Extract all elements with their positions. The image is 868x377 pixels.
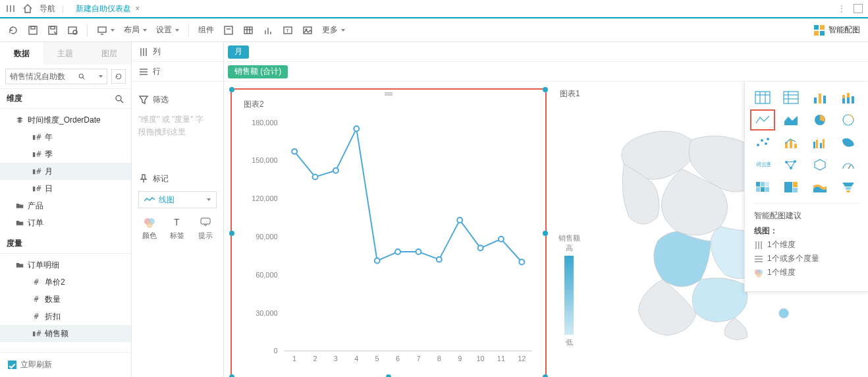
viz-gauge[interactable]: [838, 157, 858, 173]
measure-discount[interactable]: #折扣: [0, 308, 131, 325]
viz-area[interactable]: [781, 112, 801, 128]
number-icon: #: [32, 295, 41, 304]
layout-button[interactable]: 布局: [124, 24, 147, 36]
text-icon[interactable]: T: [283, 25, 293, 36]
svg-point-72: [395, 249, 400, 254]
dim-product[interactable]: 产品: [0, 197, 131, 214]
field-icon: ▮#: [32, 329, 41, 338]
svg-point-75: [457, 218, 462, 223]
dim-day[interactable]: ▮#日: [0, 180, 131, 197]
svg-point-29: [79, 74, 83, 78]
save-icon[interactable]: [28, 25, 38, 36]
viz-bar[interactable]: [810, 90, 830, 105]
kpi-icon[interactable]: [223, 25, 234, 36]
image-icon[interactable]: [302, 25, 313, 36]
dim-order[interactable]: 订单: [0, 214, 131, 231]
label-icon: T: [171, 216, 183, 228]
viz-funnel[interactable]: [838, 179, 858, 195]
measure-sales[interactable]: ▮#销售额: [0, 325, 131, 342]
chart-2[interactable]: 图表2 030,00060,00090,000120,000150,000180…: [231, 88, 547, 377]
measure-qty[interactable]: #数量: [0, 291, 131, 308]
svg-text:4: 4: [354, 355, 358, 362]
component-label: 组件: [198, 24, 214, 36]
measure-detail-group[interactable]: 订单明细: [0, 256, 131, 274]
svg-rect-121: [756, 187, 760, 192]
viz-heatmap[interactable]: [753, 179, 773, 195]
mark-tooltip[interactable]: 提示: [198, 216, 213, 241]
table-icon[interactable]: [243, 25, 254, 36]
svg-text:词云图: 词云图: [756, 161, 771, 167]
pill-month[interactable]: 月: [228, 45, 249, 59]
shelf-columns[interactable]: 月: [224, 42, 868, 62]
tab-data[interactable]: 数据: [0, 42, 43, 65]
svg-rect-106: [816, 140, 818, 148]
chart-type-select[interactable]: 线图: [138, 191, 217, 208]
viz-combo[interactable]: [781, 134, 801, 150]
dim-year[interactable]: ▮#年: [0, 129, 131, 146]
dim-month[interactable]: ▮#月: [0, 163, 131, 180]
pill-sales-sum[interactable]: 销售额 (合计): [228, 65, 288, 78]
svg-line-30: [82, 78, 84, 80]
svg-point-31: [116, 96, 121, 101]
viz-line[interactable]: [753, 112, 773, 128]
hierarchy-icon: [16, 116, 24, 124]
menu-grip-icon[interactable]: [5, 3, 16, 14]
folder-icon: [16, 219, 24, 227]
viz-pie[interactable]: [810, 112, 830, 128]
viz-hex[interactable]: [810, 157, 830, 173]
viz-crosstab[interactable]: [781, 90, 801, 105]
field-icon: ▮#: [32, 150, 41, 159]
kebab-icon[interactable]: ⋮: [838, 4, 847, 13]
viz-table[interactable]: [753, 90, 773, 105]
mark-color[interactable]: 颜色: [142, 216, 157, 241]
viz-stream[interactable]: [810, 179, 830, 195]
refresh-icon[interactable]: [8, 25, 18, 36]
save-as-icon[interactable]: [47, 25, 58, 36]
more-button[interactable]: 更多: [322, 24, 345, 36]
checkbox-icon[interactable]: [8, 361, 16, 369]
refresh-datasource-icon[interactable]: [111, 69, 126, 84]
tab-new-dashboard[interactable]: 新建自助仪表盘 ×: [70, 3, 145, 14]
close-icon[interactable]: ×: [135, 4, 140, 13]
search-icon[interactable]: [114, 94, 124, 104]
dim-quarter[interactable]: ▮#季: [0, 146, 131, 163]
shelf-rows[interactable]: 销售额 (合计): [224, 62, 868, 82]
datasource-select[interactable]: 销售情况自助数: [5, 69, 107, 84]
dim-time-group[interactable]: 时间维度_OrderDate: [0, 111, 131, 129]
svg-text:6: 6: [396, 355, 400, 362]
preview-icon[interactable]: [67, 25, 78, 36]
viz-treemap[interactable]: [781, 179, 801, 195]
tab-layer[interactable]: 图层: [88, 42, 131, 65]
refresh-now[interactable]: 立即刷新: [0, 352, 131, 377]
smart-chart-button[interactable]: 智能配图: [814, 24, 860, 36]
filter-drop-hint[interactable]: "维度" 或 "度量" 字 段拖拽到这里: [132, 109, 223, 142]
svg-text:11: 11: [497, 355, 505, 362]
viz-scatter[interactable]: [753, 134, 773, 150]
config-rows[interactable]: 行: [132, 62, 223, 82]
mark-label[interactable]: T 标签: [170, 216, 184, 241]
svg-text:180,000: 180,000: [252, 119, 277, 127]
svg-text:60,000: 60,000: [256, 271, 277, 279]
viz-map[interactable]: [838, 134, 858, 150]
svg-point-70: [354, 126, 359, 131]
home-icon[interactable]: [22, 3, 33, 14]
device-button[interactable]: [97, 25, 115, 36]
viz-grouped-bar[interactable]: [810, 134, 830, 150]
viz-stacked-bar[interactable]: [838, 90, 858, 105]
maximize-icon[interactable]: [854, 4, 863, 13]
svg-rect-92: [842, 95, 845, 98]
viz-donut[interactable]: [838, 112, 858, 128]
svg-rect-122: [761, 187, 765, 192]
nav-label[interactable]: 导航: [40, 3, 55, 14]
tab-theme[interactable]: 主题: [43, 42, 87, 65]
svg-rect-94: [847, 93, 850, 98]
measure-price2[interactable]: #单价2: [0, 274, 131, 291]
viz-wordcloud[interactable]: 词云图: [753, 157, 773, 173]
settings-button[interactable]: 设置: [156, 24, 179, 36]
svg-rect-89: [819, 94, 821, 103]
left-panel: 数据 主题 图层 销售情况自助数 维度 时间维度_OrderDate ▮#年 ▮…: [0, 42, 132, 377]
svg-marker-128: [845, 187, 852, 190]
bar-chart-icon[interactable]: [263, 25, 273, 36]
viz-network[interactable]: [781, 157, 801, 173]
config-cols[interactable]: 列: [132, 42, 223, 62]
